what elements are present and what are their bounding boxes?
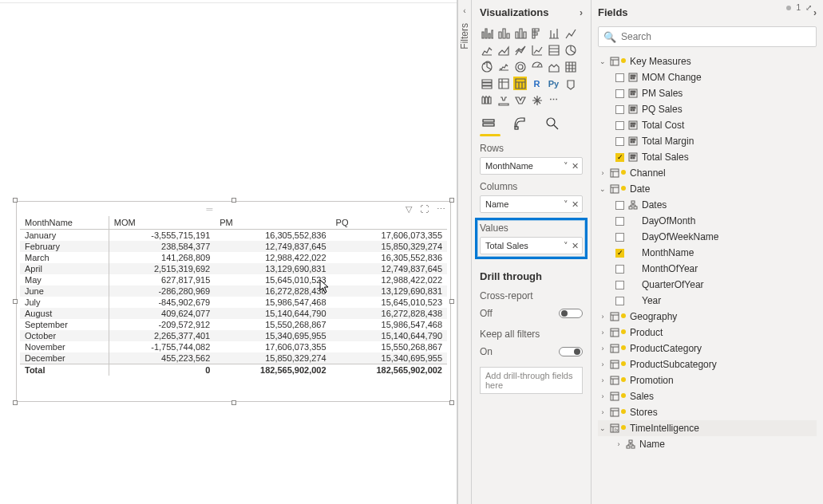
fields-table-product[interactable]: ›Product [598, 325, 817, 341]
fields-table-key measures[interactable]: ⌄Key Measures [598, 53, 817, 69]
field-checkbox[interactable] [615, 137, 624, 146]
viz-type-icon[interactable] [564, 26, 577, 40]
remove-icon[interactable]: ✕ [572, 161, 579, 171]
viz-type-icon[interactable] [480, 93, 493, 107]
field-checkbox[interactable] [615, 89, 624, 98]
fields-table-sales[interactable]: ›Sales [598, 388, 817, 404]
columns-field-pill[interactable]: Name ˅✕ [480, 195, 583, 213]
remove-icon[interactable]: ✕ [572, 199, 579, 210]
fields-item-quarterofyear[interactable]: QuarterOfYear [598, 277, 817, 293]
filter-icon[interactable]: ▽ [406, 204, 412, 215]
report-canvas[interactable]: ═ ▽ ⛶ ⋯ MonthName MOM PM PQ January-3,55… [0, 0, 457, 504]
viz-type-icon[interactable] [480, 26, 493, 40]
viz-type-icon[interactable] [497, 60, 510, 73]
table-total-row: Total0182,565,902,002182,565,902,002 [20, 364, 447, 376]
viz-type-icon[interactable] [497, 26, 510, 40]
viz-type-icon[interactable] [480, 43, 493, 57]
fields-tab-icon[interactable] [480, 115, 497, 132]
keep-filters-label: Keep all filters [480, 329, 540, 340]
field-checkbox[interactable]: ✓ [615, 249, 624, 258]
chevron-right-icon[interactable]: › [580, 7, 583, 18]
drill-through-placeholder[interactable]: Add drill-through fields here [480, 367, 583, 394]
field-checkbox[interactable] [615, 297, 624, 305]
viz-type-icon[interactable] [480, 77, 493, 90]
chevron-down-icon[interactable]: ˅ [564, 241, 568, 251]
format-tab-icon[interactable] [512, 115, 529, 132]
keep-filters-toggle[interactable] [559, 347, 583, 356]
field-checkbox[interactable] [615, 201, 624, 210]
viz-type-icon[interactable] [564, 77, 577, 90]
viz-type-icon[interactable] [530, 60, 544, 73]
viz-type-icon[interactable] [513, 60, 527, 73]
fields-item-year[interactable]: Year [598, 293, 817, 309]
fields-item-mom-change[interactable]: MOM Change [598, 69, 817, 85]
fields-item-total-cost[interactable]: Total Cost [598, 117, 817, 133]
fields-item-total-margin[interactable]: Total Margin [598, 133, 817, 149]
cross-report-toggle[interactable] [559, 309, 583, 318]
fields-search[interactable]: 🔍 [598, 26, 817, 47]
field-checkbox[interactable] [615, 217, 624, 226]
viz-type-icon[interactable] [547, 43, 560, 57]
fields-table-channel[interactable]: ›Channel [598, 165, 817, 181]
viz-type-icon[interactable] [497, 77, 510, 90]
viz-type-icon[interactable] [547, 60, 560, 73]
table-row: April2,515,319,69213,129,690,83112,749,8… [20, 263, 447, 274]
field-icon [628, 152, 638, 162]
fields-item-pm-sales[interactable]: PM Sales [598, 85, 817, 101]
field-checkbox[interactable]: ✓ [615, 153, 624, 162]
chevron-down-icon[interactable]: ˅ [564, 199, 568, 210]
fields-item-dayofmonth[interactable]: DayOfMonth [598, 213, 817, 229]
rows-field-pill[interactable]: MonthName ˅✕ [480, 157, 583, 175]
fields-table-productcategory[interactable]: ›ProductCategory [598, 341, 817, 356]
chevron-right-icon: › [599, 360, 606, 368]
field-checkbox[interactable] [615, 233, 624, 242]
fields-item-dates[interactable]: Dates [598, 197, 817, 213]
remove-icon[interactable]: ✕ [572, 241, 579, 251]
viz-type-icon[interactable] [530, 26, 544, 40]
field-checkbox[interactable] [615, 73, 624, 82]
viz-type-icon[interactable] [480, 60, 493, 73]
viz-type-icon[interactable]: ⋯ [547, 93, 560, 107]
search-input[interactable] [619, 30, 811, 43]
viz-type-icon[interactable] [530, 93, 544, 107]
viz-type-icon[interactable] [513, 77, 527, 90]
viz-type-icon[interactable] [513, 93, 527, 107]
fields-table-timeintelligence[interactable]: ⌄fxTimeIntelligence [598, 420, 817, 436]
analytics-tab-icon[interactable] [544, 115, 561, 132]
viz-type-icon[interactable] [497, 43, 510, 57]
viz-type-icon[interactable] [564, 60, 577, 73]
fields-item-monthname[interactable]: ✓MonthName [598, 245, 817, 261]
fields-item-name[interactable]: ›Name [598, 436, 817, 452]
viz-type-icon[interactable]: Py [547, 77, 560, 90]
viz-type-icon[interactable] [564, 43, 577, 57]
filters-pane-collapsed[interactable]: ‹ Filters [457, 0, 472, 504]
fields-table-geography[interactable]: ›Geography [598, 309, 817, 325]
fields-table-stores[interactable]: ›Stores [598, 404, 817, 420]
fields-item-total-sales[interactable]: ✓Total Sales [598, 149, 817, 165]
cross-report-state: Off [480, 308, 493, 319]
field-checkbox[interactable] [615, 105, 624, 114]
viz-type-icon[interactable] [530, 43, 544, 57]
fields-table-promotion[interactable]: ›Promotion [598, 372, 817, 388]
viz-type-icon[interactable] [513, 43, 527, 57]
fields-item-dayofweekname[interactable]: DayOfWeekName [598, 229, 817, 245]
focus-mode-icon[interactable]: ⛶ [420, 204, 429, 214]
chevron-right-icon[interactable]: › [813, 7, 817, 18]
more-options-icon[interactable]: ⋯ [437, 204, 445, 215]
chevron-down-icon[interactable]: ˅ [564, 161, 568, 171]
viz-type-icon[interactable]: R [530, 77, 544, 90]
field-checkbox[interactable] [615, 121, 624, 130]
fields-item-monthofyear[interactable]: MonthOfYear [598, 261, 817, 277]
table-row: January-3,555,715,19116,305,552,83617,60… [20, 230, 447, 242]
field-checkbox[interactable] [615, 265, 624, 274]
field-checkbox[interactable] [615, 281, 624, 289]
viz-type-icon[interactable] [513, 26, 527, 40]
fields-item-pq-sales[interactable]: PQ Sales [598, 101, 817, 117]
fields-table-date[interactable]: ⌄Date [598, 181, 817, 197]
viz-type-icon[interactable] [547, 26, 560, 40]
matrix-visual[interactable]: ═ ▽ ⛶ ⋯ MonthName MOM PM PQ January-3,55… [16, 201, 451, 402]
fields-table-productsubcategory[interactable]: ›ProductSubcategory [598, 356, 817, 372]
values-field-pill[interactable]: Total Sales ˅✕ [480, 237, 583, 254]
viz-type-icon[interactable] [497, 93, 510, 107]
drag-grip-icon[interactable]: ═ [207, 204, 213, 214]
